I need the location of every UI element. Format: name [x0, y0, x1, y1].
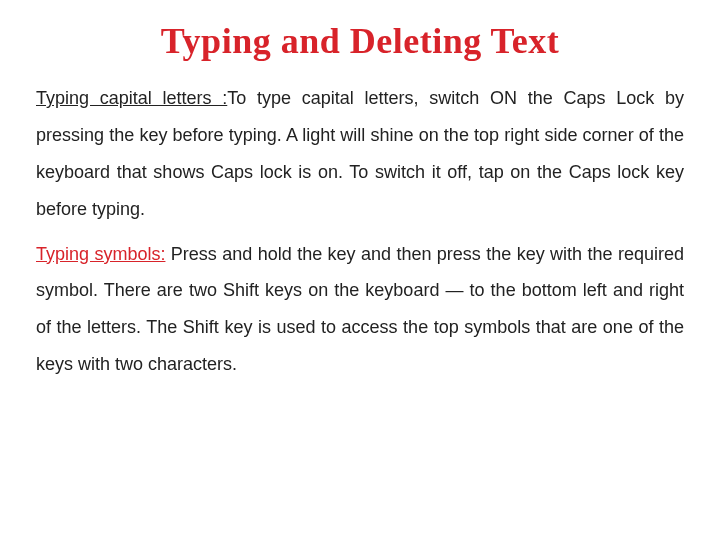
slide-body: Typing capital letters :To type capital …	[36, 80, 684, 383]
lead-typing-capital: Typing capital letters :	[36, 88, 227, 108]
slide-title: Typing and Deleting Text	[36, 20, 684, 62]
paragraph-symbols: Typing symbols: Press and hold the key a…	[36, 236, 684, 384]
slide: Typing and Deleting Text Typing capital …	[0, 0, 720, 540]
paragraph-caps-lock: Typing capital letters :To type capital …	[36, 80, 684, 228]
lead-typing-symbols: Typing symbols:	[36, 244, 165, 264]
